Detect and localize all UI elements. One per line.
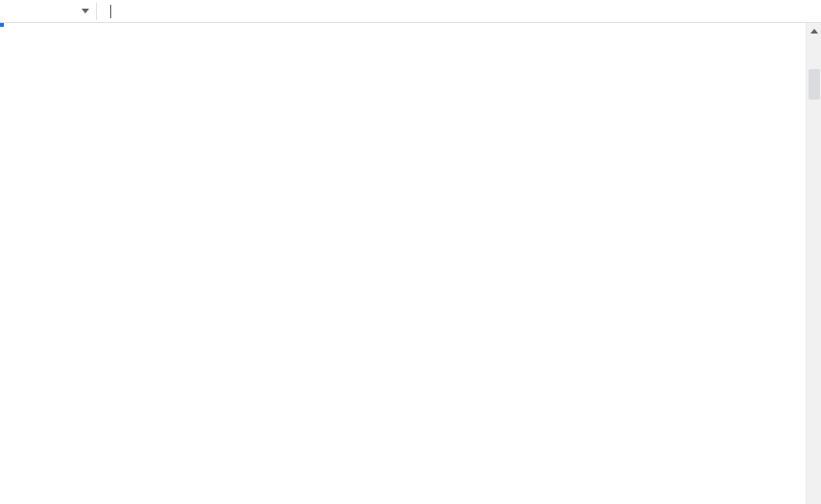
scroll-up-arrow[interactable] bbox=[807, 23, 821, 38]
name-box-dropdown[interactable] bbox=[81, 9, 90, 13]
divider bbox=[96, 3, 97, 20]
scrollbar-thumb[interactable] bbox=[809, 69, 820, 100]
grid-area bbox=[0, 23, 821, 504]
selection-box bbox=[0, 23, 4, 27]
name-box[interactable] bbox=[0, 0, 81, 23]
formula-input[interactable] bbox=[111, 0, 821, 22]
vertical-scrollbar[interactable] bbox=[806, 23, 821, 504]
fill-handle[interactable] bbox=[0, 23, 5, 28]
chevron-down-icon bbox=[82, 9, 89, 13]
spreadsheet-app bbox=[0, 0, 821, 504]
formula-bar bbox=[0, 0, 821, 23]
chevron-up-icon bbox=[810, 29, 818, 34]
